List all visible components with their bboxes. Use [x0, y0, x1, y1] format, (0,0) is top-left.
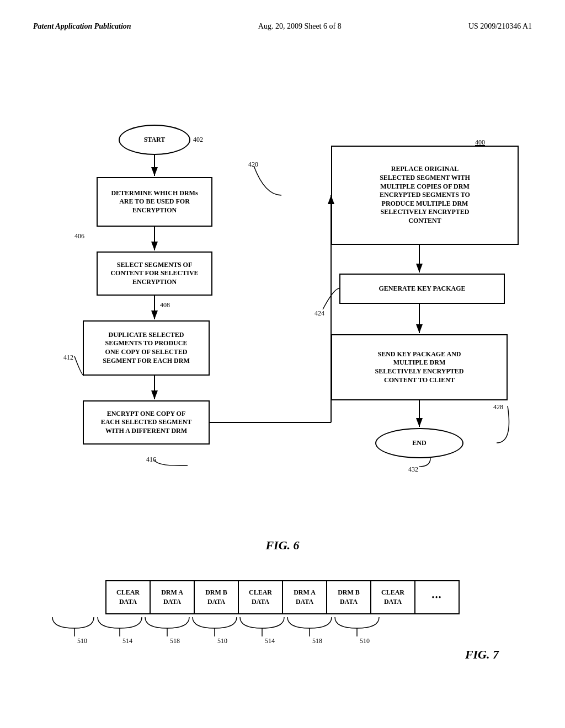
header-right: US 2009/210346 A1 [468, 22, 532, 31]
fig7-table: CLEARDATA DRM ADATA DRM BDATA CLEARDATA … [105, 580, 460, 614]
box-end: END [375, 428, 463, 458]
label-412: 412 [63, 354, 73, 362]
label-402: 402 [193, 136, 203, 144]
fig6-caption: FIG. 6 [33, 538, 532, 553]
cell-clear-data-2: CLEARDATA [238, 581, 282, 614]
svg-text:518: 518 [170, 637, 180, 645]
cell-clear-data-3: CLEARDATA [371, 581, 415, 614]
cell-drmb-data-2: DRM BDATA [327, 581, 371, 614]
page-header: Patent Application Publication Aug. 20, … [33, 22, 532, 31]
label-420: 420 [248, 160, 258, 169]
svg-text:518: 518 [312, 637, 322, 645]
header-left: Patent Application Publication [33, 22, 131, 31]
fig6-flowchart: 400 START 402 DETERMINE WHICH DRMs ARE T… [33, 64, 532, 516]
box-422: GENERATE KEY PACKAGE [339, 274, 505, 304]
cell-clear-data-1: CLEARDATA [106, 581, 150, 614]
header-center: Aug. 20, 2009 Sheet 6 of 8 [258, 22, 342, 31]
svg-text:514: 514 [122, 637, 132, 645]
box-start: START [119, 125, 190, 155]
cell-drma-data-2: DRM ADATA [282, 581, 327, 614]
label-408: 408 [160, 301, 170, 309]
label-424: 424 [315, 309, 324, 318]
label-428: 428 [493, 403, 503, 411]
fig7-area: CLEARDATA DRM ADATA DRM BDATA CLEARDATA … [33, 580, 532, 662]
page: Patent Application Publication Aug. 20, … [0, 0, 565, 728]
box-426: SEND KEY PACKAGE AND MULTIPLE DRM SELECT… [331, 334, 508, 400]
svg-text:510: 510 [360, 637, 370, 645]
box-402: DETERMINE WHICH DRMs ARE TO BE USED FOR … [97, 177, 212, 227]
svg-text:510: 510 [217, 637, 227, 645]
cell-drma-data-1: DRM ADATA [150, 581, 194, 614]
box-406: SELECT SEGMENTS OF CONTENT FOR SELECTIVE… [97, 251, 212, 296]
cell-dots: ••• [415, 581, 459, 614]
svg-text:510: 510 [77, 637, 87, 645]
label-406: 406 [74, 232, 84, 240]
bracket-labels: 510 514 518 510 514 [50, 614, 392, 645]
table-row: CLEARDATA DRM ADATA DRM BDATA CLEARDATA … [106, 581, 459, 614]
cell-drmb-data-1: DRM BDATA [194, 581, 238, 614]
box-408: DUPLICATE SELECTED SEGMENTS TO PRODUCE O… [83, 320, 210, 376]
box-420: REPLACE ORIGINAL SELECTED SEGMENT WITH M… [331, 146, 519, 245]
fig7-caption: FIG. 7 [33, 647, 532, 662]
label-416: 416 [146, 456, 156, 464]
label-432: 432 [408, 465, 418, 474]
svg-text:514: 514 [265, 637, 275, 645]
bracket-svg: 510 514 518 510 514 [50, 614, 414, 645]
box-412: ENCRYPT ONE COPY OF EACH SELECTED SEGMEN… [83, 400, 210, 445]
